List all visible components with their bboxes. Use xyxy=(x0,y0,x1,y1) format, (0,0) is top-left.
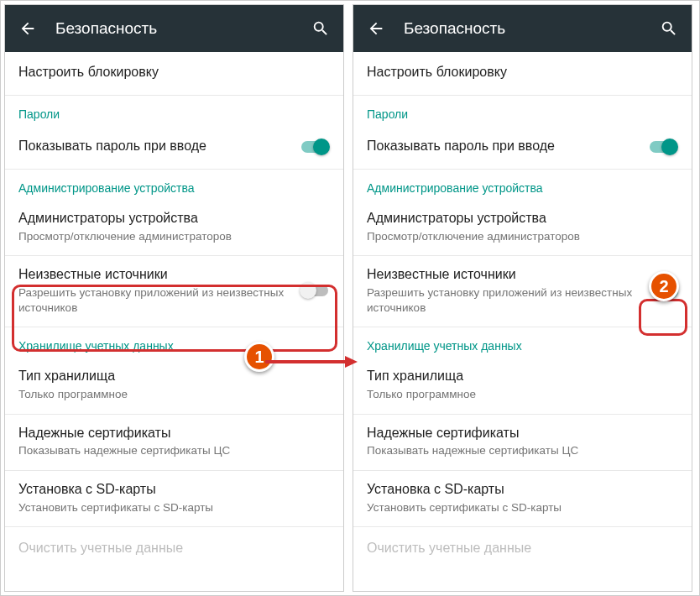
admin-section-header: Администрирование устройства xyxy=(353,170,692,200)
show-password-item[interactable]: Показывать пароль при вводе xyxy=(5,126,343,170)
search-icon xyxy=(660,19,678,38)
configure-lock-title: Настроить блокировку xyxy=(367,64,678,81)
trusted-certs-title: Надежные сертификаты xyxy=(18,425,330,442)
storage-type-title: Тип хранилища xyxy=(18,368,330,385)
trusted-certs-sub: Показывать надежные сертификаты ЦС xyxy=(18,443,330,458)
arrow-back-icon xyxy=(367,19,385,38)
install-sd-sub: Установить сертификаты с SD-карты xyxy=(367,500,678,515)
trusted-certs-item[interactable]: Надежные сертификаты Показывать надежные… xyxy=(353,415,692,471)
storage-type-title: Тип хранилища xyxy=(367,368,678,385)
settings-content[interactable]: Настроить блокировку Пароли Показывать п… xyxy=(353,52,692,571)
credentials-section-header: Хранилище учетных данных xyxy=(5,327,343,358)
trusted-certs-sub: Показывать надежные сертификаты ЦС xyxy=(367,443,678,458)
credentials-section-header: Хранилище учетных данных xyxy=(353,327,692,358)
install-sd-title: Установка с SD-карты xyxy=(367,481,678,499)
step-marker-2: 2 xyxy=(649,271,679,301)
clear-creds-item: Очистить учетные данные xyxy=(353,527,692,571)
unknown-sources-sub: Разрешить установку приложений из неизве… xyxy=(18,285,290,315)
show-password-title: Показывать пароль при вводе xyxy=(18,138,290,155)
unknown-sources-toggle-off[interactable] xyxy=(300,282,330,299)
passwords-section-header: Пароли xyxy=(353,96,692,126)
storage-type-sub: Только программное xyxy=(18,387,330,402)
search-icon xyxy=(311,19,330,38)
configure-lock-item[interactable]: Настроить блокировку xyxy=(353,52,692,96)
clear-creds-title: Очистить учетные данные xyxy=(367,540,678,557)
unknown-sources-title: Неизвестные источники xyxy=(18,266,290,284)
device-admins-item[interactable]: Администраторы устройства Просмотр/отклю… xyxy=(5,200,343,256)
page-title: Безопасность xyxy=(55,19,291,38)
device-admins-sub: Просмотр/отключение администраторов xyxy=(367,229,678,244)
trusted-certs-item[interactable]: Надежные сертификаты Показывать надежные… xyxy=(5,415,343,471)
page-title: Безопасность xyxy=(404,19,640,38)
device-admins-title: Администраторы устройства xyxy=(367,210,678,227)
clear-creds-title: Очистить учетные данные xyxy=(18,540,330,557)
clear-creds-item: Очистить учетные данные xyxy=(5,527,343,571)
unknown-sources-title: Неизвестные источники xyxy=(367,266,638,284)
device-admins-sub: Просмотр/отключение администраторов xyxy=(18,229,330,244)
unknown-sources-item[interactable]: Неизвестные источники Разрешить установк… xyxy=(353,256,692,327)
step-marker-1: 1 xyxy=(244,342,274,372)
configure-lock-title: Настроить блокировку xyxy=(18,64,330,81)
app-bar: Безопасность xyxy=(5,5,343,52)
install-sd-title: Установка с SD-карты xyxy=(18,481,330,499)
screen-after: Безопасность Настроить блокировку Пароли… xyxy=(353,4,692,592)
install-sd-sub: Установить сертификаты с SD-карты xyxy=(18,500,330,515)
device-admins-title: Администраторы устройства xyxy=(18,210,330,227)
back-button[interactable] xyxy=(18,19,35,38)
trusted-certs-title: Надежные сертификаты xyxy=(367,425,678,442)
storage-type-item[interactable]: Тип хранилища Только программное xyxy=(353,358,692,414)
search-button[interactable] xyxy=(311,19,330,38)
passwords-section-header: Пароли xyxy=(5,96,343,126)
show-password-item[interactable]: Показывать пароль при вводе xyxy=(353,126,692,170)
back-button[interactable] xyxy=(367,19,384,38)
storage-type-item[interactable]: Тип хранилища Только программное xyxy=(5,358,343,414)
install-sd-item[interactable]: Установка с SD-карты Установить сертифик… xyxy=(5,471,343,527)
storage-type-sub: Только программное xyxy=(367,387,678,402)
admin-section-header: Администрирование устройства xyxy=(5,170,343,200)
unknown-sources-item[interactable]: Неизвестные источники Разрешить установк… xyxy=(5,256,343,327)
device-admins-item[interactable]: Администраторы устройства Просмотр/отклю… xyxy=(353,200,692,256)
install-sd-item[interactable]: Установка с SD-карты Установить сертифик… xyxy=(353,471,692,527)
show-password-toggle[interactable] xyxy=(648,139,678,155)
configure-lock-item[interactable]: Настроить блокировку xyxy=(5,52,343,96)
search-button[interactable] xyxy=(660,19,678,38)
show-password-toggle[interactable] xyxy=(300,139,330,155)
show-password-title: Показывать пароль при вводе xyxy=(367,138,638,155)
screen-before: Безопасность Настроить блокировку Пароли… xyxy=(4,4,344,592)
app-bar: Безопасность xyxy=(353,5,692,52)
unknown-sources-sub: Разрешить установку приложений из неизве… xyxy=(367,285,638,315)
settings-content[interactable]: Настроить блокировку Пароли Показывать п… xyxy=(5,52,343,571)
arrow-back-icon xyxy=(18,19,37,38)
